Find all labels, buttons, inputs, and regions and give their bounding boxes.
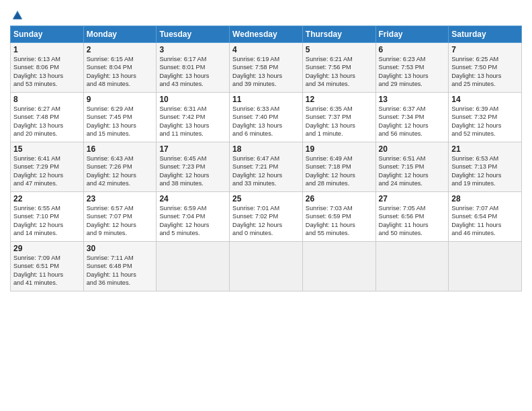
day-number: 25 <box>232 194 300 203</box>
calendar-cell: 11Sunrise: 6:33 AM Sunset: 7:40 PM Dayli… <box>230 93 303 142</box>
day-number: 13 <box>379 95 446 104</box>
calendar-cell: 30Sunrise: 7:11 AM Sunset: 6:48 PM Dayli… <box>83 242 157 291</box>
calendar-cell: 12Sunrise: 6:35 AM Sunset: 7:37 PM Dayli… <box>302 93 375 142</box>
cell-data: Sunrise: 7:07 AM Sunset: 6:54 PM Dayligh… <box>451 204 519 238</box>
day-number: 20 <box>379 144 446 154</box>
cell-data: Sunrise: 6:51 AM Sunset: 7:15 PM Dayligh… <box>379 154 446 188</box>
day-number: 8 <box>13 95 81 104</box>
cell-data: Sunrise: 6:19 AM Sunset: 7:58 PM Dayligh… <box>232 55 300 89</box>
day-number: 30 <box>87 244 154 253</box>
cell-data: Sunrise: 6:47 AM Sunset: 7:21 PM Dayligh… <box>232 154 300 188</box>
calendar-cell: 2Sunrise: 6:15 AM Sunset: 8:04 PM Daylig… <box>83 43 157 93</box>
calendar-cell: 20Sunrise: 6:51 AM Sunset: 7:15 PM Dayli… <box>375 142 449 192</box>
day-number: 18 <box>232 144 300 154</box>
calendar-cell: 7Sunrise: 6:25 AM Sunset: 7:50 PM Daylig… <box>449 43 522 93</box>
day-number: 16 <box>87 144 154 154</box>
cell-data: Sunrise: 7:03 AM Sunset: 6:59 PM Dayligh… <box>306 204 373 238</box>
day-number: 4 <box>232 45 300 54</box>
cell-data: Sunrise: 6:35 AM Sunset: 7:37 PM Dayligh… <box>306 105 373 138</box>
day-number: 19 <box>306 144 373 154</box>
calendar-cell <box>302 242 375 291</box>
cell-data: Sunrise: 6:37 AM Sunset: 7:34 PM Dayligh… <box>379 105 446 138</box>
calendar-cell: 19Sunrise: 6:49 AM Sunset: 7:18 PM Dayli… <box>302 142 375 192</box>
day-number: 9 <box>87 95 154 104</box>
col-header-sunday: Sunday <box>11 26 84 43</box>
calendar-cell: 13Sunrise: 6:37 AM Sunset: 7:34 PM Dayli… <box>375 93 449 142</box>
cell-data: Sunrise: 6:39 AM Sunset: 7:32 PM Dayligh… <box>451 105 519 138</box>
cell-data: Sunrise: 6:13 AM Sunset: 8:06 PM Dayligh… <box>13 55 81 89</box>
day-number: 15 <box>13 144 81 154</box>
day-number: 29 <box>13 244 81 253</box>
day-number: 11 <box>232 95 300 104</box>
calendar-cell: 10Sunrise: 6:31 AM Sunset: 7:42 PM Dayli… <box>157 93 230 142</box>
col-header-tuesday: Tuesday <box>157 26 230 43</box>
calendar-cell <box>375 242 449 291</box>
calendar-cell: 23Sunrise: 6:57 AM Sunset: 7:07 PM Dayli… <box>83 192 157 242</box>
day-number: 24 <box>159 194 226 203</box>
cell-data: Sunrise: 6:59 AM Sunset: 7:04 PM Dayligh… <box>159 204 226 238</box>
cell-data: Sunrise: 6:17 AM Sunset: 8:01 PM Dayligh… <box>159 55 226 89</box>
cell-data: Sunrise: 6:31 AM Sunset: 7:42 PM Dayligh… <box>159 105 226 138</box>
svg-marker-1 <box>13 13 22 19</box>
day-number: 2 <box>87 45 154 54</box>
calendar-cell: 28Sunrise: 7:07 AM Sunset: 6:54 PM Dayli… <box>449 192 522 242</box>
calendar-cell: 26Sunrise: 7:03 AM Sunset: 6:59 PM Dayli… <box>302 192 375 242</box>
calendar-cell <box>449 242 522 291</box>
day-number: 21 <box>451 144 519 154</box>
calendar-cell <box>230 242 303 291</box>
day-number: 22 <box>13 194 81 203</box>
cell-data: Sunrise: 6:43 AM Sunset: 7:26 PM Dayligh… <box>87 154 154 188</box>
calendar-cell: 14Sunrise: 6:39 AM Sunset: 7:32 PM Dayli… <box>449 93 522 142</box>
calendar-cell: 1Sunrise: 6:13 AM Sunset: 8:06 PM Daylig… <box>11 43 84 93</box>
day-number: 28 <box>451 194 519 203</box>
col-header-monday: Monday <box>83 26 157 43</box>
cell-data: Sunrise: 6:33 AM Sunset: 7:40 PM Dayligh… <box>232 105 300 138</box>
cell-data: Sunrise: 6:55 AM Sunset: 7:10 PM Dayligh… <box>13 204 81 238</box>
cell-data: Sunrise: 6:25 AM Sunset: 7:50 PM Dayligh… <box>451 55 519 89</box>
cell-data: Sunrise: 6:15 AM Sunset: 8:04 PM Dayligh… <box>87 55 154 89</box>
cell-data: Sunrise: 7:09 AM Sunset: 6:51 PM Dayligh… <box>13 254 81 287</box>
calendar-cell: 16Sunrise: 6:43 AM Sunset: 7:26 PM Dayli… <box>83 142 157 192</box>
day-number: 6 <box>379 45 446 54</box>
col-header-wednesday: Wednesday <box>230 26 303 43</box>
day-number: 3 <box>159 45 226 54</box>
col-header-thursday: Thursday <box>302 26 375 43</box>
cell-data: Sunrise: 6:45 AM Sunset: 7:23 PM Dayligh… <box>159 154 226 188</box>
calendar-cell <box>157 242 230 291</box>
cell-data: Sunrise: 7:11 AM Sunset: 6:48 PM Dayligh… <box>87 254 154 287</box>
cell-data: Sunrise: 6:29 AM Sunset: 7:45 PM Dayligh… <box>87 105 154 138</box>
calendar-cell: 27Sunrise: 7:05 AM Sunset: 6:56 PM Dayli… <box>375 192 449 242</box>
day-number: 14 <box>451 95 519 104</box>
day-number: 7 <box>451 45 519 54</box>
cell-data: Sunrise: 6:53 AM Sunset: 7:13 PM Dayligh… <box>451 154 519 188</box>
calendar-cell: 3Sunrise: 6:17 AM Sunset: 8:01 PM Daylig… <box>157 43 230 93</box>
calendar-cell: 6Sunrise: 6:23 AM Sunset: 7:53 PM Daylig… <box>375 43 449 93</box>
logo-icon <box>11 9 24 21</box>
calendar-cell: 15Sunrise: 6:41 AM Sunset: 7:29 PM Dayli… <box>11 142 84 192</box>
cell-data: Sunrise: 6:21 AM Sunset: 7:56 PM Dayligh… <box>306 55 373 89</box>
cell-data: Sunrise: 6:23 AM Sunset: 7:53 PM Dayligh… <box>379 55 446 89</box>
calendar-cell: 4Sunrise: 6:19 AM Sunset: 7:58 PM Daylig… <box>230 43 303 93</box>
calendar-table: SundayMondayTuesdayWednesdayThursdayFrid… <box>10 26 522 291</box>
cell-data: Sunrise: 6:41 AM Sunset: 7:29 PM Dayligh… <box>13 154 81 188</box>
cell-data: Sunrise: 7:05 AM Sunset: 6:56 PM Dayligh… <box>379 204 446 238</box>
calendar-cell: 8Sunrise: 6:27 AM Sunset: 7:48 PM Daylig… <box>11 93 84 142</box>
cell-data: Sunrise: 6:27 AM Sunset: 7:48 PM Dayligh… <box>13 105 81 138</box>
cell-data: Sunrise: 7:01 AM Sunset: 7:02 PM Dayligh… <box>232 204 300 238</box>
col-header-friday: Friday <box>375 26 449 43</box>
day-number: 10 <box>159 95 226 104</box>
cell-data: Sunrise: 6:49 AM Sunset: 7:18 PM Dayligh… <box>306 154 373 188</box>
col-header-saturday: Saturday <box>449 26 522 43</box>
calendar-cell: 24Sunrise: 6:59 AM Sunset: 7:04 PM Dayli… <box>157 192 230 242</box>
cell-data: Sunrise: 6:57 AM Sunset: 7:07 PM Dayligh… <box>87 204 154 238</box>
logo <box>10 7 24 21</box>
calendar-cell: 17Sunrise: 6:45 AM Sunset: 7:23 PM Dayli… <box>157 142 230 192</box>
day-number: 17 <box>159 144 226 154</box>
day-number: 23 <box>87 194 154 203</box>
calendar-cell: 29Sunrise: 7:09 AM Sunset: 6:51 PM Dayli… <box>11 242 84 291</box>
day-number: 1 <box>13 45 81 54</box>
day-number: 26 <box>306 194 373 203</box>
calendar-cell: 5Sunrise: 6:21 AM Sunset: 7:56 PM Daylig… <box>302 43 375 93</box>
calendar-cell: 25Sunrise: 7:01 AM Sunset: 7:02 PM Dayli… <box>230 192 303 242</box>
calendar-cell: 9Sunrise: 6:29 AM Sunset: 7:45 PM Daylig… <box>83 93 157 142</box>
